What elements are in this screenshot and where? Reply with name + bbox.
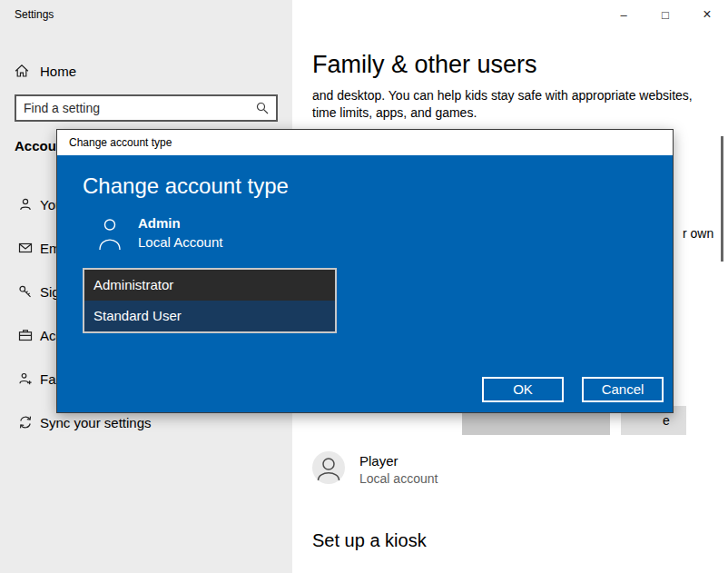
dialog-title: Change account type (69, 136, 172, 149)
dialog-account-summary: Admin Local Account (98, 215, 222, 255)
dialog-heading: Change account type (83, 173, 289, 199)
close-button[interactable]: × (686, 0, 728, 29)
intro-text: and desktop. You can help kids stay safe… (312, 87, 708, 122)
window-controls: – □ × (603, 0, 728, 29)
account-row-player[interactable]: Player Local account (312, 451, 438, 486)
minimize-button[interactable]: – (603, 0, 644, 29)
account-type: Local account (359, 471, 438, 486)
briefcase-icon (18, 328, 33, 342)
account-avatar-icon (312, 451, 345, 484)
occluded-text-fragment: r own (683, 226, 713, 241)
option-administrator[interactable]: Administrator (84, 270, 335, 301)
settings-window: Home Accounts Your info Email & accounts (0, 0, 728, 573)
remove-button-fragment: e (663, 413, 670, 428)
option-standard-user[interactable]: Standard User (84, 301, 335, 331)
search-input[interactable] (16, 96, 249, 120)
page-title: Family & other users (312, 51, 537, 79)
dialog-account-type: Local Account (138, 234, 222, 250)
dialog-body: Change account type Admin Local Account … (57, 155, 673, 412)
home-label: Home (40, 64, 76, 79)
user-icon (98, 217, 122, 255)
dialog-account-name: Admin (138, 215, 222, 231)
account-type-listbox: Administrator Standard User (83, 268, 337, 333)
person-icon (18, 197, 33, 212)
maximize-button[interactable]: □ (644, 0, 686, 29)
envelope-icon (18, 241, 33, 255)
sync-icon (18, 415, 33, 430)
change-account-type-dialog: Change account type Change account type … (56, 129, 674, 413)
ok-button[interactable]: OK (482, 377, 564, 402)
scrollbar-thumb[interactable] (721, 136, 723, 262)
search-box (15, 94, 278, 122)
sidebar-item-label: Sync your settings (40, 415, 152, 430)
account-name: Player (359, 453, 438, 469)
search-icon (249, 96, 276, 120)
dialog-titlebar: Change account type (57, 130, 673, 155)
kiosk-heading: Set up a kiosk (312, 530, 427, 551)
window-title: Settings (15, 8, 54, 21)
key-icon (18, 284, 33, 299)
cancel-button[interactable]: Cancel (582, 377, 664, 402)
family-icon (18, 371, 33, 386)
home-icon (15, 64, 29, 78)
sidebar-item-home[interactable]: Home (15, 56, 76, 85)
